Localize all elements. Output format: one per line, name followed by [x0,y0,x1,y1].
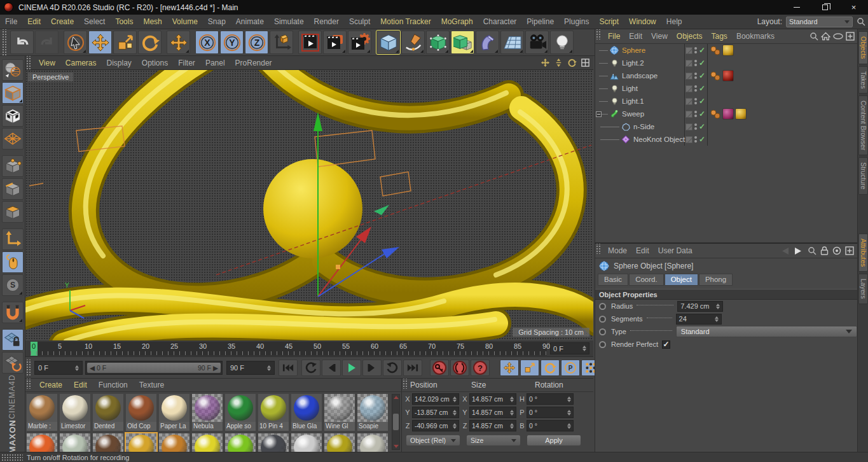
coordinates-grip[interactable] [402,379,408,389]
tab-coord[interactable]: Coord. [629,274,664,286]
material-tile[interactable]: Dented [93,394,123,431]
next-frame-button[interactable] [362,360,382,376]
menu-item-mode[interactable]: Mode [603,246,631,255]
preview-range-slider[interactable]: ◀ 0 F 90 F ▶ [85,361,223,375]
object-row-neoknot-object[interactable]: NeoKnot Object✓ [595,133,857,146]
viewport-canvas[interactable]: Y Perspective Grid Spacing : 10 cm [25,70,593,340]
menu-item-edit[interactable]: Edit [624,32,647,41]
material-tile[interactable] [291,433,322,452]
material-tile[interactable]: Wine Gl [324,394,355,431]
history-back-icon[interactable] [780,247,790,255]
rotation-b-field[interactable]: 0 ° [527,420,574,431]
add-panel-icon[interactable] [846,32,855,41]
scroll-down-icon[interactable] [394,445,399,448]
position-y-field[interactable]: -13.857 cm [412,407,459,418]
menu-item-window[interactable]: Window [624,17,661,26]
record-keyframe-button[interactable] [430,360,449,376]
panel-tab-takes[interactable]: Takes [858,66,868,94]
play-backwards-button[interactable] [301,360,320,376]
layer-toggle[interactable] [685,60,692,67]
layer-toggle[interactable] [685,111,692,118]
layer-toggle[interactable] [685,47,692,54]
menu-item-animate[interactable]: Animate [231,17,269,26]
materials-grip[interactable] [25,379,32,389]
viewport-grip[interactable] [25,56,32,69]
object-row-light-2[interactable]: Light.2✓ [595,57,857,69]
rotate-tool[interactable] [138,31,162,54]
menu-item-edit[interactable]: Edit [68,381,93,389]
edges-mode-button[interactable] [2,178,24,200]
animation-dot-icon[interactable] [599,303,606,310]
radius-input[interactable]: 7.429 cm [677,301,723,312]
material-tile-selected[interactable] [126,433,156,452]
materials-scrollbar[interactable] [392,394,400,450]
material-gold-texture-tag[interactable] [735,108,747,120]
object-name[interactable]: n-Side [633,123,654,130]
undo-button[interactable] [10,31,34,54]
menu-item-mograph[interactable]: MoGraph [436,17,478,26]
make-editable-button[interactable] [2,59,24,81]
magnet-snap-button[interactable] [2,302,24,323]
enabled-check-icon[interactable]: ✓ [699,84,705,93]
layer-toggle[interactable] [685,73,692,80]
phong-tag[interactable] [710,70,721,81]
menu-item-help[interactable]: Help [661,17,687,26]
object-manager-grip[interactable] [595,29,602,39]
menu-item-prorender[interactable]: ProRender [230,59,277,67]
menu-item-simulate[interactable]: Simulate [269,17,309,26]
material-tile[interactable]: 10 Pin 4 [258,394,289,431]
position-mode-select[interactable]: Object (Rel) [406,435,460,446]
previous-frame-button[interactable] [322,360,341,376]
zoom-view-button[interactable] [553,58,563,68]
scroll-up-icon[interactable] [394,396,399,399]
menu-item-plugins[interactable]: Plugins [559,17,594,26]
enable-snap-button[interactable] [2,251,24,273]
menu-item-script[interactable]: Script [594,17,624,26]
search-icon[interactable] [809,32,818,41]
lock-x-axis[interactable]: X [195,31,219,54]
attributes-grip[interactable] [595,244,602,254]
menu-item-file[interactable]: File [0,17,22,26]
material-tile[interactable]: Paper La [159,394,189,431]
environment-button[interactable] [500,31,524,54]
material-tile[interactable]: Blue Gla [291,394,322,431]
target-icon[interactable] [832,246,841,255]
maximize-view-button[interactable] [580,58,590,68]
range-end-arrow-icon[interactable]: ▶ [213,364,218,372]
menu-item-edit[interactable]: Edit [631,246,654,255]
menu-item-panel[interactable]: Panel [200,59,230,67]
object-name[interactable]: Light [622,85,638,92]
phong-tag[interactable] [710,45,721,56]
tab-phong[interactable]: Phong [699,274,733,286]
polygons-mode-button[interactable] [2,201,24,223]
position-z-field[interactable]: -40.969 cm [412,420,459,431]
type-select[interactable]: Standard [676,326,857,337]
coordinate-system-toggle[interactable] [270,31,293,54]
goto-end-button[interactable] [403,360,422,376]
menu-item-character[interactable]: Character [478,17,522,26]
deformers-button[interactable] [476,31,499,54]
end-frame-field[interactable]: 90 F [226,361,275,375]
enabled-check-icon[interactable]: ✓ [699,122,705,131]
generators-button[interactable] [451,31,474,54]
render-to-picture-viewer-button[interactable] [323,31,347,54]
lock-workplane-button[interactable] [2,329,24,351]
lock-icon[interactable] [820,246,829,255]
menu-item-texture[interactable]: Texture [134,381,170,389]
material-tile[interactable] [357,433,388,452]
animation-dot-icon[interactable] [599,328,606,335]
move-tool[interactable] [88,31,112,54]
loop-playback-button[interactable] [383,360,402,376]
spinner-arrows-icon[interactable] [267,365,271,371]
toolbar-grip[interactable] [1,29,8,55]
panel-tab-content-browser[interactable]: Content Browser [858,95,868,155]
spinner-arrows-icon[interactable] [510,396,514,402]
menu-item-sculpt[interactable]: Sculpt [344,17,375,26]
menu-item-user-data[interactable]: User Data [654,246,697,255]
object-row-light-1[interactable]: Light.1✓ [595,95,857,108]
last-used-tool[interactable] [167,31,190,54]
material-tile[interactable] [192,433,223,452]
layer-toggle[interactable] [685,85,692,92]
layer-toggle[interactable] [685,123,692,130]
key-rotation-toggle[interactable] [541,360,560,376]
